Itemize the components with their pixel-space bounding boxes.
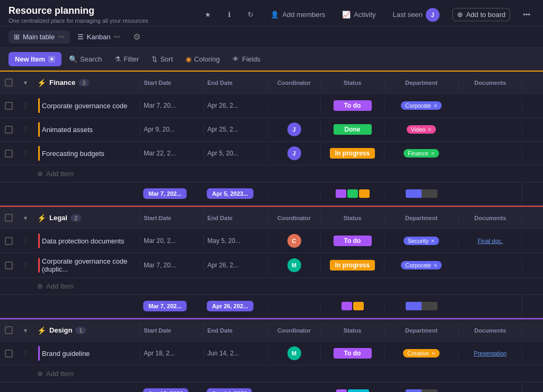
add-item-row[interactable]: ⊕Add Item — [0, 278, 543, 295]
row-checkbox[interactable] — [5, 150, 13, 158]
more-options-button[interactable]: ••• — [519, 8, 535, 21]
add-item-label: Add Item — [46, 170, 74, 178]
row-checkbox[interactable] — [5, 237, 13, 245]
row-coordinator — [267, 103, 320, 108]
fields-icon: 👁 — [232, 55, 239, 63]
dept-remove-icon[interactable]: ✕ — [431, 238, 435, 244]
row-status[interactable]: In progress — [320, 146, 384, 161]
add-to-board-button[interactable]: ⊕ Add to board — [452, 8, 510, 21]
filter-button[interactable]: ⚗ Filter — [109, 52, 144, 66]
info-button[interactable]: ℹ — [224, 8, 235, 21]
status-badge[interactable]: To do — [334, 236, 372, 246]
row-drag-handle[interactable]: ⋮ — [17, 237, 34, 245]
status-badge[interactable]: In progress — [330, 148, 375, 159]
status-mini-bar — [348, 389, 369, 392]
group-chevron[interactable]: ▾ — [24, 214, 27, 222]
row-drag-handle[interactable]: ⋮ — [17, 101, 34, 110]
row-drag-handle[interactable]: ⋮ — [17, 125, 34, 134]
row-checkbox[interactable] — [5, 262, 13, 269]
avatar: M — [287, 346, 301, 360]
summary-end-btn[interactable]: Jun 14, 2023 — [207, 388, 252, 392]
status-badge[interactable]: To do — [334, 100, 372, 111]
add-item-row[interactable]: ⊕Add Item — [0, 165, 543, 182]
row-status[interactable]: In progress — [320, 258, 384, 273]
summary-start-btn[interactable]: Mar 7, 202... — [143, 188, 187, 199]
table-row: ⋮ Corporate governance code Mar 7, 20...… — [0, 94, 543, 118]
search-button[interactable]: 🔍 Search — [64, 52, 107, 66]
new-item-arrow[interactable]: ▾ — [48, 56, 55, 63]
star-icon: ★ — [205, 11, 211, 19]
group-chevron-cell: ▾ — [17, 79, 34, 86]
summary-budget-cell: $ 3,500 sum — [522, 383, 543, 393]
coloring-button[interactable]: ◉ Coloring — [180, 52, 225, 66]
activity-button[interactable]: 📈 Activity — [338, 8, 380, 21]
row-checkbox[interactable] — [5, 126, 13, 134]
row-status[interactable]: To do — [320, 233, 384, 248]
row-drag-handle[interactable]: ⋮ — [17, 349, 34, 358]
row-documents: Final doc. — [458, 236, 522, 246]
refresh-button[interactable]: ↻ — [243, 8, 258, 21]
dept-remove-icon[interactable]: ✕ — [433, 103, 437, 109]
dept-tag: Creative ✕ — [403, 349, 440, 358]
row-name-cell: Corporate governance code (duplic... — [34, 253, 140, 277]
group-name-label: Finance — [49, 79, 75, 86]
add-members-button[interactable]: 👤 Add members — [266, 8, 329, 21]
status-badge[interactable]: To do — [334, 348, 372, 359]
row-end-date: Apr 25, 2... — [204, 124, 267, 135]
add-item-row[interactable]: ⊕Add Item — [0, 365, 543, 382]
row-budget: $ 5,500 — [522, 100, 543, 111]
group-chevron[interactable]: ▾ — [24, 79, 27, 86]
row-accent-bar — [38, 122, 40, 137]
status-mini-bar — [341, 302, 352, 310]
group-chevron-cell: ▾ — [17, 327, 34, 334]
settings-button[interactable]: ⚙ — [131, 30, 143, 44]
dept-remove-icon[interactable]: ✕ — [427, 127, 432, 133]
summary-start-btn[interactable]: Apr 18, 2023 — [143, 388, 188, 392]
row-drag-handle[interactable]: ⋮ — [17, 261, 34, 269]
table-row: ⋮ Corporate governance code (duplic... M… — [0, 253, 543, 278]
tab-kanban-dots[interactable]: ••• — [113, 33, 120, 41]
row-checkbox[interactable] — [5, 102, 13, 110]
group-checkbox[interactable] — [5, 326, 13, 334]
status-mini-bar — [359, 189, 370, 198]
row-status[interactable]: Done — [320, 122, 384, 137]
new-item-button[interactable]: New Item ▾ — [8, 52, 62, 66]
dept-remove-icon[interactable]: ✕ — [431, 151, 435, 156]
col-coordinator: Coordinator — [267, 323, 320, 338]
app-branding: Resource planning One centralized place … — [8, 5, 148, 24]
col-coordinator: Coordinator — [267, 211, 320, 225]
group-color-icon: ⚡ — [37, 214, 46, 222]
document-link[interactable]: Presentation — [474, 350, 507, 356]
status-badge[interactable]: In progress — [330, 260, 375, 271]
dept-remove-icon[interactable]: ✕ — [433, 263, 437, 268]
row-drag-handle[interactable]: ⋮ — [17, 149, 34, 158]
tab-kanban[interactable]: ☰ Kanban ••• — [72, 30, 126, 43]
row-accent-bar — [38, 98, 40, 113]
tab-main-table-dots[interactable]: ••• — [58, 33, 65, 41]
top-header: Resource planning One centralized place … — [0, 0, 543, 27]
row-status[interactable]: To do — [320, 98, 384, 113]
table-icon: ⊞ — [14, 33, 20, 41]
summary-end-btn[interactable]: Apr 26, 202... — [207, 301, 253, 311]
group-color-icon: ⚡ — [37, 79, 46, 87]
summary-start-btn[interactable]: Mar 7, 202... — [143, 301, 187, 311]
row-department: Corporate ✕ — [384, 259, 458, 272]
sort-button[interactable]: ⇅ Sort — [146, 52, 178, 66]
avatar: C — [287, 234, 301, 248]
fields-button[interactable]: 👁 Fields — [227, 52, 266, 66]
col-budget: Budget — [522, 75, 543, 90]
tab-main-table[interactable]: ⊞ Main table ••• — [8, 30, 70, 43]
group-checkbox[interactable] — [5, 79, 13, 86]
row-status[interactable]: To do — [320, 346, 384, 361]
dept-remove-icon[interactable]: ✕ — [431, 351, 435, 356]
group-checkbox[interactable] — [5, 214, 13, 222]
row-checkbox[interactable] — [5, 350, 13, 358]
col-start-date: Start Date — [140, 323, 204, 338]
summary-end-btn[interactable]: Apr 5, 2023... — [207, 188, 253, 199]
filter-icon: ⚗ — [115, 55, 121, 63]
group-chevron[interactable]: ▾ — [24, 327, 27, 334]
row-budget: $ 3,500 — [522, 147, 543, 159]
document-link[interactable]: Final doc. — [478, 238, 503, 244]
star-button[interactable]: ★ — [200, 8, 215, 21]
status-badge[interactable]: Done — [334, 124, 372, 135]
